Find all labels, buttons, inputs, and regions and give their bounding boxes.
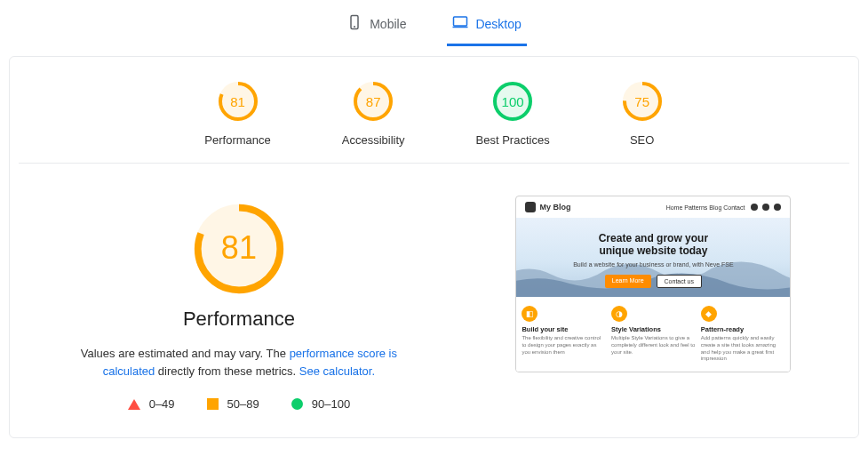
score-best-practices[interactable]: 100 Best Practices <box>476 80 550 147</box>
preview-header: My Blog Home Patterns Blog Contact <box>516 196 790 218</box>
site-preview-wrap: My Blog Home Patterns Blog Contact Creat… <box>466 196 840 411</box>
preview-nav: Home Patterns Blog Contact <box>666 204 782 211</box>
legend-good: 90–100 <box>291 397 350 411</box>
gauge-icon: 100 <box>491 80 534 123</box>
tab-mobile-label: Mobile <box>370 17 406 31</box>
hero-btn-primary: Learn More <box>605 275 651 288</box>
report-card: 81 Performance 87 Accessibility 100 Best… <box>9 56 859 438</box>
preview-feature: ◧Build your siteThe flexibility and crea… <box>522 306 606 363</box>
desktop-icon <box>452 14 468 33</box>
performance-title: Performance <box>28 308 450 331</box>
score-label: SEO <box>621 133 664 147</box>
gauge-icon: 87 <box>352 80 394 123</box>
preview-nav-item: Patterns <box>684 204 707 211</box>
preview-nav-item: Blog <box>709 204 721 211</box>
legend-avg: 50–89 <box>207 397 259 411</box>
performance-gauge: 81 <box>191 201 287 297</box>
score-seo[interactable]: 75 SEO <box>621 80 664 147</box>
preview-logo: My Blog <box>525 202 570 212</box>
tab-desktop[interactable]: Desktop <box>447 5 526 46</box>
legend: 0–49 50–89 90–100 <box>28 397 450 411</box>
feature-icon: ◑ <box>611 306 627 322</box>
device-tabs: Mobile Desktop <box>0 0 868 47</box>
preview-features: ◧Build your siteThe flexibility and crea… <box>516 297 790 372</box>
square-icon <box>207 398 219 410</box>
hero-subtitle: Build a website for your business or bra… <box>525 261 781 268</box>
feature-title: Pattern-ready <box>701 325 744 333</box>
circle-icon <box>291 398 303 410</box>
detail-section: 81 Performance Values are estimated and … <box>10 164 858 411</box>
feature-icon: ◧ <box>522 306 538 322</box>
social-icons <box>751 204 781 211</box>
performance-description: Values are estimated and may vary. The p… <box>28 345 450 380</box>
site-preview: My Blog Home Patterns Blog Contact Creat… <box>515 196 791 372</box>
preview-nav-item: Home <box>666 204 683 211</box>
feature-title: Build your site <box>522 325 568 333</box>
score-accessibility[interactable]: 87 Accessibility <box>342 80 405 147</box>
preview-feature: ◆Pattern-readyAdd patterns quickly and e… <box>701 306 785 363</box>
feature-desc: Multiple Style Variations to give a comp… <box>611 335 696 356</box>
feature-desc: The flexibility and creative control to … <box>522 335 606 356</box>
hero-title: Create and grow yourunique website today <box>525 232 781 257</box>
gauge-icon: 81 <box>217 80 259 123</box>
score-label: Performance <box>204 133 270 147</box>
score-label: Accessibility <box>342 133 405 147</box>
score-label: Best Practices <box>476 133 550 147</box>
feature-icon: ◆ <box>701 306 717 322</box>
preview-hero: Create and grow yourunique website today… <box>516 218 790 297</box>
feature-desc: Add patterns quickly and easily create a… <box>701 335 785 363</box>
tab-mobile[interactable]: Mobile <box>341 5 411 46</box>
feature-title: Style Variations <box>611 325 661 333</box>
performance-detail: 81 Performance Values are estimated and … <box>28 196 450 411</box>
legend-bad: 0–49 <box>128 397 175 411</box>
svg-rect-2 <box>454 17 467 26</box>
score-performance[interactable]: 81 Performance <box>204 80 270 147</box>
mobile-icon <box>346 14 362 33</box>
hero-btn-secondary: Contact us <box>657 275 702 288</box>
preview-feature: ◑Style VariationsMultiple Style Variatio… <box>611 306 696 363</box>
scores-row: 81 Performance 87 Accessibility 100 Best… <box>19 75 849 164</box>
gauge-icon: 75 <box>621 80 664 123</box>
preview-nav-item: Contact <box>723 204 745 211</box>
triangle-icon <box>128 399 140 410</box>
tab-desktop-label: Desktop <box>475 17 521 31</box>
see-calculator-link[interactable]: See calculator. <box>299 364 375 378</box>
